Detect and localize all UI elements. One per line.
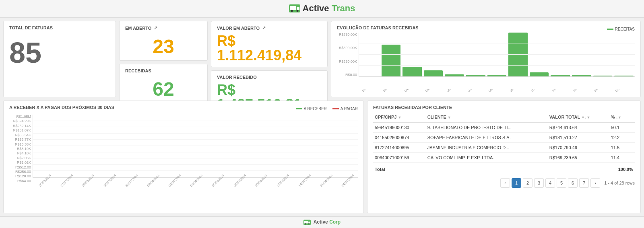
table-row[interactable]: 59945196000130 9. TABELIONATO DE PROTEST…	[373, 122, 635, 133]
receber-pagar-chart-card: A RECEBER X A PAGAR DOS PRÓXIMOS 30 DIAS…	[3, 101, 364, 213]
bottom-row: A RECEBER X A PAGAR DOS PRÓXIMOS 30 DIAS…	[3, 101, 641, 213]
pagination-page-2[interactable]: 2	[523, 178, 533, 188]
evolucao-x-label: 04/2023	[404, 89, 420, 92]
cell-cliente: CALVO COML IMP. E EXP. LTDA.	[426, 153, 548, 163]
table-row[interactable]: 00640071000159 CALVO COML IMP. E EXP. LT…	[373, 153, 635, 163]
evolucao-chart: R$750.00K R$500.00K R$250.00K R$0.00	[337, 33, 635, 94]
table-row[interactable]: 04155026000674 SOFAPE FABRICANTE DE FILT…	[373, 133, 635, 143]
main-content: TOTAL DE FATURAS 85 EM ABERTO ↗ 23 RECEB…	[0, 18, 644, 216]
receber-y-label: R$1.05M	[9, 115, 31, 119]
external-link-icon[interactable]: ↗	[154, 25, 157, 31]
faturas-table-body: 59945196000130 9. TABELIONATO DE PROTEST…	[373, 122, 635, 174]
receber-y-label: R$65.54K	[9, 133, 31, 137]
receber-y-label: R$131.07K	[9, 128, 31, 132]
evolucao-x-labels: 02/202303/202304/202305/202306/202307/20…	[360, 89, 635, 94]
kpi-total-faturas-value: 85	[9, 38, 110, 67]
receber-y-label: R$8.19K	[9, 147, 31, 151]
kpi-em-aberto-label: EM ABERTO ↗	[125, 25, 202, 31]
footer-brand-green: Corp	[329, 219, 341, 225]
app-title: Active Trans	[303, 3, 355, 14]
kpi-em-aberto: EM ABERTO ↗ 23	[119, 21, 208, 61]
cell-valor: R$181,510.27	[548, 133, 609, 143]
receber-y-labels: R$1.05MR$524.29KR$262.14KR$131.07KR$65.5…	[9, 115, 33, 183]
evolucao-x-label: 05/2023	[425, 89, 441, 92]
evolucao-bar	[382, 45, 401, 76]
faturas-table: CPF/CNPJ ▼ CLIENTE ▼ VALOR TOTAL ▼↓▼ %	[373, 112, 635, 174]
col-valor-total[interactable]: VALOR TOTAL ▼↓▼	[548, 112, 609, 122]
cell-cliente: 9. TABELIONATO DE PROTESTO DE TI...	[426, 122, 548, 133]
evolucao-x-label: 12/2023	[572, 89, 588, 92]
cell-valor: R$744,613.64	[548, 122, 609, 133]
evolucao-bar	[572, 75, 591, 76]
kpi-valor-aberto-value: R$ 1.112.419,84	[217, 34, 322, 63]
cell-valor: R$169,239.65	[548, 153, 609, 163]
evolucao-chart-card: EVOLUÇÃO DE FATURAS RECEBIDAS RECEITAS R…	[331, 21, 641, 97]
svg-rect-2	[297, 7, 299, 10]
faturas-table-title: FATURAS RECEBIDAS POR CLIENTE	[373, 105, 635, 110]
evolucao-x-label: 09/2023	[509, 89, 525, 92]
total-label: Total	[373, 163, 609, 175]
kpi-valor-aberto-label: VALOR EM ABERTO ↗	[217, 25, 322, 31]
evolucao-legend: RECEITAS	[607, 27, 635, 31]
receber-y-label: R$2.05K	[9, 156, 31, 160]
evolucao-bars-area	[359, 33, 635, 77]
svg-rect-7	[308, 222, 310, 224]
cell-cpf: 00640071000159	[373, 153, 426, 163]
svg-rect-6	[304, 221, 308, 223]
receber-y-label: R$1.02K	[9, 160, 31, 164]
pagination-page-3[interactable]: 3	[534, 178, 544, 188]
receber-y-label: R$256.00	[9, 170, 31, 174]
kpi-recebidas-value: 62	[125, 80, 202, 99]
stacked-aberto-recebidas: EM ABERTO ↗ 23 RECEBIDAS 62	[119, 21, 208, 97]
receber-x-labels: 25/03/202427/03/202429/03/202430/03/2024…	[33, 178, 358, 183]
evolucao-bar	[466, 75, 485, 76]
evolucao-y-labels: R$750.00K R$500.00K R$250.00K R$0.00	[337, 33, 359, 77]
receber-y-label: R$262.14K	[9, 124, 31, 128]
pagination-page-1[interactable]: 1	[512, 178, 521, 188]
cell-valor: R$170,790.46	[548, 143, 609, 153]
truck-icon	[289, 4, 300, 12]
cell-percent: 11.4	[609, 153, 635, 163]
pagination-prev[interactable]: ‹	[500, 178, 510, 188]
app-header: Active Trans	[0, 0, 644, 18]
receber-pagar-legend: A RECEBER A PAGAR	[296, 107, 358, 111]
evolucao-bar	[530, 72, 549, 76]
top-row: TOTAL DE FATURAS 85 EM ABERTO ↗ 23 RECEB…	[3, 21, 641, 97]
faturas-table-card: FATURAS RECEBIDAS POR CLIENTE CPF/CNPJ ▼…	[367, 101, 641, 213]
cell-cpf: 81727414000895	[373, 143, 426, 153]
col-cliente[interactable]: CLIENTE ▼	[426, 112, 548, 122]
evolucao-bar	[508, 33, 528, 76]
cell-percent: 12.2	[609, 133, 635, 143]
receber-pagar-chart: R$1.05MR$524.29KR$262.14KR$131.07KR$65.5…	[9, 115, 358, 183]
pagination-page-5[interactable]: 5	[557, 178, 566, 188]
kpi-valor-recebido-label: VALOR RECEBIDO	[217, 75, 322, 80]
pagination-page-7[interactable]: 7	[579, 178, 589, 188]
pagination: ‹ 1 2 3 4 5 6 7 › 1 - 4 of 28 rows	[373, 178, 635, 188]
svg-point-9	[308, 223, 310, 224]
app-footer: Active Corp	[0, 216, 644, 228]
evolucao-x-label: 07/2023	[467, 89, 483, 92]
pagination-page-4[interactable]: 4	[545, 178, 555, 188]
app-logo: Active Trans	[289, 3, 355, 14]
receber-y-label: R$32.77K	[9, 138, 31, 142]
col-cpf-cnpj[interactable]: CPF/CNPJ ▼	[373, 112, 426, 122]
evolucao-bar	[445, 74, 464, 76]
table-total-row: Total 100.0%	[373, 163, 635, 175]
table-row[interactable]: 81727414000895 JASMINE INDUSTRIA E COMER…	[373, 143, 635, 153]
external-link-icon-2[interactable]: ↗	[262, 25, 266, 31]
evolucao-bar	[614, 76, 634, 76]
evolucao-chart-title: EVOLUÇÃO DE FATURAS RECEBIDAS	[337, 25, 419, 30]
receber-y-label: R$128.00	[9, 174, 31, 178]
cell-percent: 50.1	[609, 122, 635, 133]
pagination-next[interactable]: ›	[590, 178, 600, 188]
col-percent[interactable]: % ↓▼	[609, 112, 635, 122]
evolucao-x-label: 11/2023	[551, 89, 568, 92]
pagination-page-6[interactable]: 6	[568, 178, 578, 188]
kpi-recebidas: RECEBIDAS 62	[119, 64, 208, 103]
receber-bars-area	[33, 115, 358, 178]
kpi-total-faturas: TOTAL DE FATURAS 85	[3, 21, 116, 97]
kpi-valor-aberto: VALOR EM ABERTO ↗ R$ 1.112.419,84	[211, 21, 328, 67]
pagination-info: 1 - 4 of 28 rows	[604, 181, 635, 185]
receber-y-label: R$64.00	[9, 179, 31, 183]
cell-percent: 11.5	[609, 143, 635, 153]
